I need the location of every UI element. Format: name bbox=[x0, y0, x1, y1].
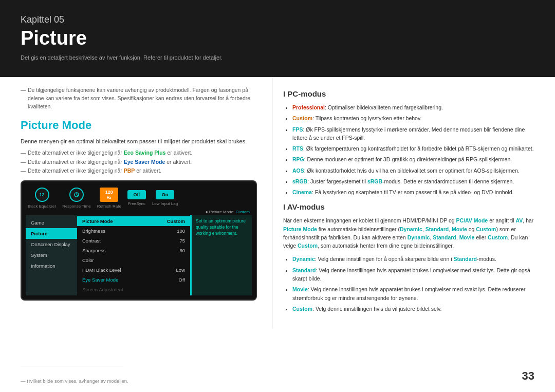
av-item-standard: Standard: Velg denne innstillingen hvis … bbox=[292, 266, 534, 283]
gauge-row: 12 Black Equalizer Response Time 120Hz R… bbox=[26, 185, 252, 210]
osd-item-contrast[interactable]: Contrast 75 bbox=[77, 236, 190, 246]
osd-item-label-picture-mode: Picture Mode bbox=[82, 218, 113, 224]
left-column: De tilgjengelige funksjonene kan variere… bbox=[0, 77, 272, 328]
av-item-dynamic: Dynamic: Velg denne innstillingen for å … bbox=[292, 255, 534, 263]
osd-menu-onscreen-display[interactable]: OnScreen Display bbox=[26, 239, 77, 250]
gauge-label-2: Response Time bbox=[62, 204, 91, 209]
picture-mode-value: Custom bbox=[235, 210, 250, 214]
av-item-custom: Custom: Velg denne innstillingen hvis du… bbox=[292, 305, 534, 313]
pc-item-professional: Professional: Optimaliser bildekvalitete… bbox=[292, 103, 534, 111]
osd-item-picture-mode[interactable]: Picture Mode Custom bbox=[77, 216, 190, 226]
bullet-note-3: Dette alternativet er ikke tilgjengelig … bbox=[21, 167, 257, 175]
gauge-rect-2: Off bbox=[127, 190, 146, 199]
osd-item-label-eye-saver-mode: Eye Saver Mode bbox=[82, 277, 118, 283]
bullet-note-2: Dette alternativet er ikke tilgjengelig … bbox=[21, 158, 257, 166]
osd-item-label-hdmi-black-level: HDMI Black Level bbox=[82, 267, 121, 273]
pc-item-rts: RTS: Øk fargetemperaturen og kontrastfor… bbox=[292, 144, 534, 153]
osd-item-label-brightness: Brightness bbox=[82, 228, 105, 234]
osd-menu-picture[interactable]: Picture bbox=[26, 228, 77, 239]
pc-item-fps: FPS: Øk FPS-spillskjermens lysstyrke i m… bbox=[292, 125, 534, 142]
bullet-note-1: Dette alternativet er ikke tilgjengelig … bbox=[21, 149, 257, 157]
osd-menu-information[interactable]: Information bbox=[26, 260, 77, 271]
gauge-label-5: Low Input Lag bbox=[152, 201, 178, 206]
gauge-low-input-lag: On Low Input Lag bbox=[152, 190, 178, 206]
osd-item-hdmi-black-level[interactable]: HDMI Black Level Low bbox=[77, 265, 190, 275]
picture-mode-indicator: ● Picture Mode: Custom bbox=[26, 210, 252, 214]
picture-mode-desc: Denne menyen gir en optimal bildekvalite… bbox=[21, 137, 257, 146]
page-title: Picture bbox=[21, 27, 534, 49]
footer-divider bbox=[21, 366, 123, 366]
pc-item-custom: Custom: Tilpass kontrasten og lysstyrken… bbox=[292, 114, 534, 122]
osd-left-menu: Game Picture OnScreen Display System Inf… bbox=[26, 215, 77, 295]
osd-item-label-screen-adjustment: Screen Adjustment bbox=[82, 287, 123, 292]
gauge-response-time: Response Time bbox=[62, 188, 91, 209]
gauge-circle-1: 12 bbox=[35, 188, 49, 202]
pc-item-rpg: RPG: Denne modusen er optimert for 3D-gr… bbox=[292, 155, 534, 163]
osd-item-val-picture-mode: Custom bbox=[167, 218, 185, 224]
footer-note: Hvilket bilde som vises, avhenger av mod… bbox=[21, 378, 128, 384]
gauge-label-3: Refresh Rate bbox=[97, 204, 121, 209]
av-section-title: I AV-modus bbox=[283, 202, 534, 211]
osd-panel: Game Picture OnScreen Display System Inf… bbox=[26, 215, 252, 295]
osd-item-screen-adjustment[interactable]: Screen Adjustment bbox=[77, 285, 190, 294]
osd-description: Set to an optimum picture quality suitab… bbox=[190, 215, 252, 295]
av-section-desc: Når den eksterne inngangen er koblet til… bbox=[283, 216, 534, 250]
product-note: De tilgjengelige funksjonene kan variere… bbox=[21, 86, 257, 110]
header-subtitle: Det gis en detaljert beskrivelse av hver… bbox=[21, 54, 534, 61]
osd-item-val-sharpness: 60 bbox=[179, 248, 185, 253]
page-number: 33 bbox=[522, 369, 534, 383]
osd-menu-game[interactable]: Game bbox=[26, 217, 77, 228]
osd-monitor: 12 Black Equalizer Response Time 120Hz R… bbox=[21, 180, 257, 301]
picture-mode-title: Picture Mode bbox=[21, 119, 257, 132]
chapter-label: Kapittel 05 bbox=[21, 14, 534, 25]
pc-item-cinema: Cinema: Få lysstyrken og skarpheten til … bbox=[292, 188, 534, 196]
gauge-rect-3: On bbox=[156, 190, 174, 199]
osd-item-color[interactable]: Color bbox=[77, 255, 190, 265]
osd-item-label-color: Color bbox=[82, 257, 94, 263]
gauge-label-1: Black Equalizer bbox=[28, 204, 56, 209]
osd-item-brightness[interactable]: Brightness 100 bbox=[77, 226, 190, 236]
osd-item-val-hdmi-black-level: Low bbox=[176, 267, 185, 273]
av-bullet-list: Dynamic: Velg denne innstillingen for å … bbox=[283, 255, 534, 313]
osd-item-val-contrast: 75 bbox=[179, 238, 185, 244]
osd-item-eye-saver-mode[interactable]: Eye Saver Mode Off bbox=[77, 275, 190, 285]
pc-item-srgb: sRGB: Juster fargesystemet til sRGB-modu… bbox=[292, 177, 534, 185]
osd-item-val-brightness: 100 bbox=[177, 228, 185, 234]
osd-item-val-eye-saver-mode: Off bbox=[179, 277, 186, 283]
gauge-circle-2 bbox=[69, 188, 84, 202]
gauge-rect-1: 120Hz bbox=[100, 188, 118, 202]
gauge-refresh-rate: 120Hz Refresh Rate bbox=[97, 188, 121, 209]
osd-right-menu: Picture Mode Custom Brightness 100 Contr… bbox=[77, 215, 190, 295]
pc-section-title: I PC-modus bbox=[283, 89, 534, 98]
pc-item-aos: AOS: Øk kontrastforholdet hvis du vil ha… bbox=[292, 166, 534, 175]
gauge-freesync: Off FreeSync bbox=[127, 190, 146, 206]
av-item-movie: Movie: Velg denne innstillingen hvis app… bbox=[292, 285, 534, 302]
right-column: I PC-modus Professional: Optimaliser bil… bbox=[272, 77, 555, 328]
osd-menu-system[interactable]: System bbox=[26, 250, 77, 260]
osd-item-sharpness[interactable]: Sharpness 60 bbox=[77, 246, 190, 255]
page-header: Kapittel 05 Picture Det gis en detaljert… bbox=[0, 0, 555, 77]
gauge-label-4: FreeSync bbox=[128, 201, 145, 206]
pc-bullet-list: Professional: Optimaliser bildekvalitete… bbox=[283, 103, 534, 196]
osd-item-label-contrast: Contrast bbox=[82, 238, 101, 244]
gauge-black-equalizer: 12 Black Equalizer bbox=[28, 188, 56, 209]
osd-item-label-sharpness: Sharpness bbox=[82, 248, 105, 253]
main-content: De tilgjengelige funksjonene kan variere… bbox=[0, 77, 555, 328]
